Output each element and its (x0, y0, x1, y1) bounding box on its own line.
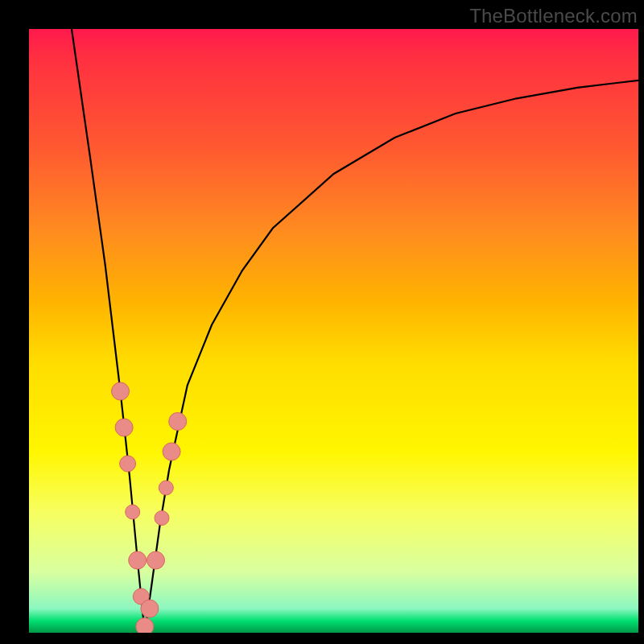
marker-bead (155, 511, 169, 526)
bottleneck-curve (72, 29, 638, 633)
marker-bead (147, 551, 165, 569)
marker-bead (115, 419, 133, 436)
marker-bead (133, 588, 149, 605)
marker-bead (163, 443, 180, 460)
plot-area (29, 29, 638, 633)
curve-overlay (29, 29, 638, 633)
marker-bead (136, 618, 154, 634)
chart-frame: TheBottleneck.com (0, 0, 644, 644)
marker-bead (169, 413, 187, 431)
marker-bead (129, 551, 147, 569)
marker-bead (120, 456, 136, 472)
marker-bead (126, 505, 140, 519)
marker-bead (112, 382, 130, 400)
marker-bead (159, 481, 173, 495)
marker-bead (141, 600, 159, 617)
marker-beads (112, 382, 187, 633)
watermark-text: TheBottleneck.com (469, 5, 638, 27)
